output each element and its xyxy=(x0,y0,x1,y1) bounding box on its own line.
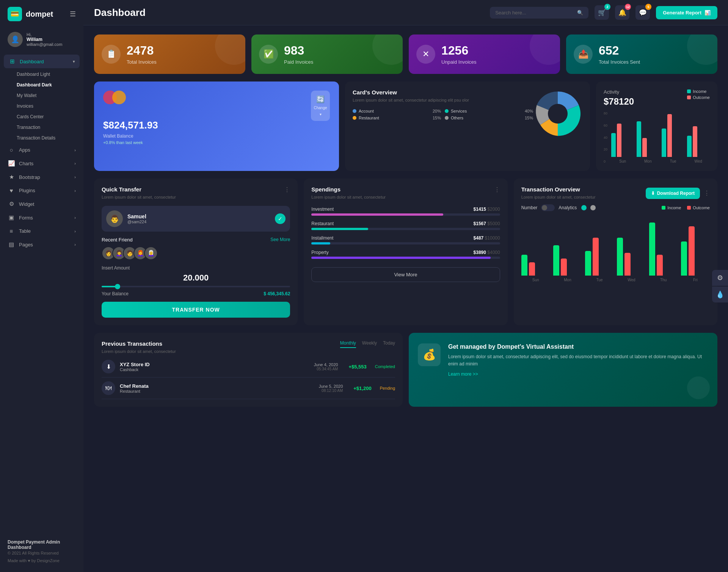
sidebar-item-label: Widget xyxy=(19,201,34,207)
legend-dot-others xyxy=(445,116,449,120)
sidebar: 💳 dompet ☰ 👤 Hi, William william@gmail.c… xyxy=(0,0,83,572)
apps-icon: ○ xyxy=(8,147,15,153)
theme-side-button[interactable]: 💧 xyxy=(712,287,728,302)
sidebar-sub-dashboard-dark[interactable]: Dashboard Dark xyxy=(0,80,83,90)
spending-amount-info: $3890 $4000 xyxy=(474,250,500,255)
income-legend-label: Income xyxy=(667,205,681,210)
notifications-badge: 12 xyxy=(625,4,631,10)
sidebar-item-widget[interactable]: ⚙ Widget xyxy=(0,197,83,211)
sidebar-item-label: Forms xyxy=(19,215,33,221)
tab-monthly[interactable]: Monthly xyxy=(340,340,356,348)
sidebar-sub-transaction-details[interactable]: Transaction Details xyxy=(0,133,83,143)
footer-made: Made with ♥ by DesignZone xyxy=(8,558,76,563)
prev-tx-header: Previous Transactions Lorem ipsum dolor … xyxy=(102,340,395,355)
sidebar-sub-transaction[interactable]: Transaction xyxy=(0,122,83,133)
legend-label: Services xyxy=(451,109,467,113)
logo-area: 💳 dompet ☰ xyxy=(0,0,83,28)
charts-icon: 📈 xyxy=(8,160,15,167)
sidebar-sub-dashboard-light[interactable]: Dashboard Light xyxy=(0,69,83,80)
sidebar-item-bootstrap[interactable]: ★ Bootstrap › xyxy=(0,170,83,184)
sidebar-item-plugins[interactable]: ♥ Plugins › xyxy=(0,184,83,197)
sidebar-item-forms[interactable]: ▣ Forms › xyxy=(0,211,83,224)
stat-card-paid-invoices: ✅ 983 Paid Invoices xyxy=(251,34,403,74)
tx-time: 05:34:45 AM xyxy=(314,367,338,371)
tx-type: Cashback xyxy=(120,367,150,372)
prev-tx-title-area: Previous Transactions Lorem ipsum dolor … xyxy=(102,340,176,355)
va-content: Get managed by Dompet's Virtual Assistan… xyxy=(448,343,708,377)
sidebar-sub-cards-center[interactable]: Cards Center xyxy=(0,111,83,122)
sent-icon: 📤 xyxy=(574,45,593,64)
income-bar xyxy=(662,129,666,157)
spending-max: $2000 xyxy=(487,207,500,212)
sidebar-item-table[interactable]: ≡ Table › xyxy=(0,224,83,238)
footer-title: Dompet Payment Admin Dashboard xyxy=(8,539,76,550)
bar-label-mon: Mon xyxy=(553,278,582,282)
plugins-icon: ♥ xyxy=(8,187,15,194)
spending-amount: $3890 xyxy=(474,250,486,255)
tx-legend-row: Income Outcome xyxy=(662,205,710,210)
legend-pct: 15% xyxy=(433,116,441,120)
tab-weekly[interactable]: Weekly xyxy=(362,340,377,348)
search-box[interactable]: 🔍 xyxy=(490,7,588,19)
transfer-now-button[interactable]: TRANSFER NOW xyxy=(102,302,290,318)
income-color xyxy=(687,89,691,93)
activity-header: Activity $78120 Income Outcome xyxy=(604,89,710,107)
transfer-user-handle: @sam224 xyxy=(127,219,146,224)
outcome-bar xyxy=(529,262,535,276)
view-more-button[interactable]: View More xyxy=(311,267,500,282)
more-options-icon[interactable]: ⋮ xyxy=(704,190,710,197)
sidebar-item-charts[interactable]: 📈 Charts › xyxy=(0,157,83,170)
panel-header: Quick Transfer Lorem ipsum dolor sit ame… xyxy=(102,186,290,201)
legend-dot-account xyxy=(353,109,356,113)
chevron-down-icon: ▾ xyxy=(73,59,75,64)
download-report-button[interactable]: ⬇ Download Report xyxy=(646,188,700,199)
messages-button[interactable]: 💬 5 xyxy=(635,5,650,20)
notifications-button[interactable]: 🔔 12 xyxy=(615,5,629,20)
hamburger-menu[interactable]: ☰ xyxy=(70,10,76,18)
bar-group-sun xyxy=(611,124,634,157)
change-button[interactable]: 🔄 Change ▾ xyxy=(311,91,330,121)
table-row: 🍽 Chef Renata Restaurant June 5, 2020 08… xyxy=(102,378,395,399)
va-learn-more-link[interactable]: Learn more >> xyxy=(448,371,478,377)
outcome-square xyxy=(687,206,691,210)
bar-label-thu: Thu xyxy=(649,278,678,282)
income-legend: Income xyxy=(662,205,681,210)
tx-row-info: Chef Renata Restaurant xyxy=(120,383,149,393)
income-bar xyxy=(649,223,655,276)
recent-friends-label: Recent Friend xyxy=(102,237,133,243)
content-area: 📋 2478 Total Invoices ✅ 983 Paid Invoice… xyxy=(83,25,728,572)
generate-report-label: Generate Report xyxy=(663,10,701,16)
sidebar-sub-my-wallet[interactable]: My Wallet xyxy=(0,90,83,101)
sidebar-item-label: Bootstrap xyxy=(19,174,40,180)
spendings-title: Spendings xyxy=(311,186,386,193)
spendings-title-area: Spendings Lorem ipsum dolor sit amet, co… xyxy=(311,186,386,201)
table-row: ⬇ XYZ Store ID Cashback June 4, 2020 05:… xyxy=(102,356,395,378)
more-options-icon[interactable]: ⋮ xyxy=(284,186,290,193)
outcome-bar xyxy=(593,238,599,276)
generate-report-button[interactable]: Generate Report 📊 xyxy=(656,6,717,19)
spending-fill xyxy=(311,213,443,216)
balance-value: $ 456,345.62 xyxy=(264,291,290,296)
sidebar-item-dashboard[interactable]: ⊞ Dashboard ▾ xyxy=(4,55,80,68)
see-more-link[interactable]: See More xyxy=(270,237,290,242)
spending-amount: $1567 xyxy=(474,221,486,226)
sidebar-sub-invoices[interactable]: Invoices xyxy=(0,101,83,111)
sidebar-item-apps[interactable]: ○ Apps › xyxy=(0,143,83,157)
tab-today[interactable]: Today xyxy=(383,340,395,348)
income-legend: Income xyxy=(687,89,710,94)
spending-item-investment: Investment $1415 $2000 xyxy=(311,207,500,216)
cart-button[interactable]: 🛒 2 xyxy=(595,5,609,20)
slider-thumb[interactable] xyxy=(115,284,120,289)
amount-slider[interactable] xyxy=(102,286,290,287)
tx-date: June 4, 2020 05:34:45 AM xyxy=(314,362,338,371)
spending-amount-info: $487 $10000 xyxy=(474,235,500,241)
bar-group-tue xyxy=(662,114,685,157)
analytics-toggle[interactable] xyxy=(541,204,555,211)
spending-item-property: Property $3890 $4000 xyxy=(311,250,500,259)
settings-side-button[interactable]: ⚙ xyxy=(712,270,728,286)
tx-row-icon: ⬇ xyxy=(102,360,115,373)
search-input[interactable] xyxy=(495,10,574,16)
sidebar-item-pages[interactable]: ▤ Pages › xyxy=(0,238,83,251)
more-options-icon[interactable]: ⋮ xyxy=(494,186,500,193)
transfer-user-name: Samuel xyxy=(127,213,146,219)
